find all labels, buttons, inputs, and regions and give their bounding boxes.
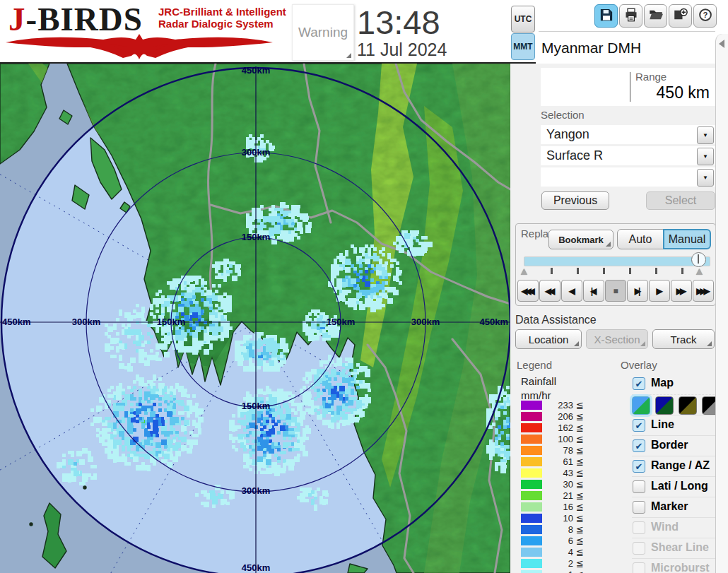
checked-checkbox[interactable]: ✔ [633, 460, 645, 473]
range-ring-label: 450km [242, 65, 270, 76]
chevron-down-icon[interactable]: ▼ [697, 126, 714, 144]
slider-tick [551, 268, 553, 274]
track-button[interactable]: Track [652, 329, 715, 349]
slider-tick [655, 268, 657, 274]
legend-swatch [521, 559, 542, 568]
utc-button[interactable]: UTC [511, 6, 535, 33]
last-frame-button[interactable]: ▶| [627, 280, 648, 302]
save-icon [599, 8, 613, 25]
stop-button[interactable]: ■ [605, 280, 626, 302]
checked-checkbox[interactable]: ✔ [633, 377, 645, 390]
overlay-item-label: Microburst [651, 562, 710, 573]
rewind-fast-icon: ◀◀◀ [521, 286, 532, 296]
legend-lte-symbol: ≦ [576, 423, 584, 433]
manual-button[interactable]: Manual [663, 229, 711, 249]
legend-lte-symbol: ≦ [576, 524, 584, 535]
unchecked-checkbox[interactable] [633, 542, 645, 555]
overlay-item-label: Map [651, 377, 674, 389]
map-scheme-2[interactable] [655, 396, 674, 415]
forward-button[interactable]: ▶▶ [671, 280, 692, 302]
legend-value: 78 [544, 445, 573, 456]
range-ring-label: 150km [242, 232, 270, 242]
x-section-button[interactable]: X-Section [586, 329, 648, 349]
legend-lte-symbol: ≦ [576, 502, 584, 512]
legend-value: 206 [544, 411, 573, 422]
unchecked-checkbox[interactable] [633, 521, 645, 534]
legend-label: Legend [517, 359, 552, 371]
manual-label: Manual [669, 233, 705, 246]
range-divider [630, 72, 630, 102]
replay-group: Replay Bookmark Auto Manual ▲ ▲ ◀◀◀◀◀◀|◀… [515, 223, 716, 306]
collapse-panel-icon[interactable] [719, 40, 724, 48]
slider-start-marker[interactable]: ▲ [519, 265, 529, 277]
unchecked-checkbox[interactable] [633, 562, 645, 573]
select-button[interactable]: Select [646, 191, 715, 210]
open-folder-button[interactable] [644, 4, 667, 28]
radar-map[interactable]: 450km300km150km150km300km450km450km300km… [0, 64, 510, 573]
station-name: Myanmar DMH [539, 40, 641, 57]
overlay-item-label: Shear Line [651, 541, 709, 554]
add-image-button[interactable] [669, 4, 692, 28]
help-button[interactable]: ? [693, 4, 717, 28]
legend-swatch [521, 480, 542, 489]
unchecked-checkbox[interactable] [633, 501, 645, 514]
range-ring-label: 300km [242, 485, 270, 496]
checked-checkbox[interactable]: ✔ [633, 439, 645, 452]
dropdown-value: Yangon [546, 127, 589, 142]
map-scheme-3[interactable] [679, 396, 697, 415]
auto-label: Auto [629, 233, 652, 246]
legend-value: 2 [544, 558, 573, 569]
legend-lte-symbol: ≦ [576, 456, 584, 467]
legend-value: 1 [544, 569, 573, 573]
range-label: Range [635, 71, 667, 83]
warning-button[interactable]: Warning [292, 4, 354, 61]
legend-lte-symbol: ≦ [576, 569, 584, 573]
map-scheme-1-selected[interactable] [632, 396, 650, 415]
previous-label: Previous [553, 194, 597, 207]
legend-swatch [521, 525, 542, 534]
legend-lte-symbol: ≦ [576, 479, 584, 490]
panel-splitter[interactable] [715, 34, 728, 573]
selection-dropdown-3[interactable]: ▼ [541, 167, 715, 187]
legend-value: 10 [544, 513, 573, 524]
legend-swatch [521, 570, 542, 573]
selection-dropdown-2[interactable]: Surface R▼ [541, 146, 715, 165]
save-button[interactable] [594, 4, 618, 28]
warning-label: Warning [298, 25, 348, 40]
selection-dropdown-1[interactable]: Yangon▼ [541, 125, 715, 144]
mmt-button[interactable]: MMT [511, 33, 535, 60]
legend-lte-symbol: ≦ [576, 547, 584, 557]
unchecked-checkbox[interactable] [633, 480, 645, 493]
button-label: Location [529, 333, 569, 345]
previous-button[interactable]: Previous [541, 191, 609, 210]
legend-value: 21 [544, 490, 573, 501]
step-back-button[interactable]: ◀ [561, 280, 582, 302]
first-frame-button[interactable]: |◀ [583, 280, 604, 302]
legend-value: 6 [544, 536, 573, 546]
replay-slider-track[interactable] [524, 256, 710, 266]
print-button[interactable] [619, 4, 642, 28]
rewind-button[interactable]: ◀◀ [539, 280, 560, 302]
forward-fast-button[interactable]: ▶▶▶ [693, 280, 714, 302]
slider-tick [681, 268, 683, 274]
checked-checkbox[interactable]: ✔ [633, 419, 645, 432]
overlay-row-lati-long: Lati / Long [632, 476, 725, 497]
station-field[interactable]: Myanmar DMH [539, 33, 715, 64]
location-button[interactable]: Location [515, 329, 582, 349]
step-back-icon: ◀ [568, 286, 572, 296]
dropdown-value: Surface R [546, 148, 603, 163]
slider-end-marker[interactable]: ▲ [694, 265, 705, 277]
bookmark-button[interactable]: Bookmark [548, 230, 613, 249]
clock-date: 11 Jul 2024 [357, 40, 447, 60]
overlay-item-label: Wind [651, 521, 679, 533]
rewind-fast-button[interactable]: ◀◀◀ [517, 280, 539, 302]
overlay-item-label: Marker [651, 500, 688, 513]
slider-tick [629, 268, 631, 274]
jbirds-window: J-BIRDS JRC-Brilliant & Intelligent Rada… [0, 0, 728, 573]
chevron-down-icon[interactable]: ▼ [697, 148, 714, 165]
auto-button[interactable]: Auto [617, 229, 664, 249]
chevron-down-icon[interactable]: ▼ [697, 169, 714, 187]
legend-value: 233 [544, 400, 573, 410]
play-button[interactable]: ▶ [649, 280, 670, 302]
overlay-row-map: ✔Map [632, 374, 725, 394]
